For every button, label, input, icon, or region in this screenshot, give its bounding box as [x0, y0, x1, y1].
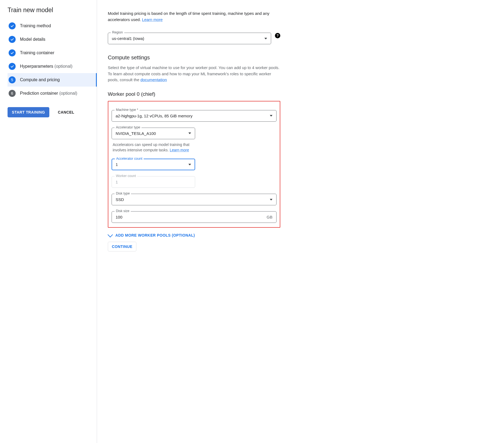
field-label: Worker count [115, 174, 137, 178]
step-model-details[interactable]: Model details [8, 33, 97, 46]
disk-size-input[interactable]: Disk size GB [112, 211, 277, 223]
machine-type-select[interactable]: Machine type * a2-highgpu-1g, 12 vCPUs, … [112, 110, 277, 122]
chevron-down-icon [188, 164, 191, 165]
highlight-box: Machine type * a2-highgpu-1g, 12 vCPUs, … [108, 101, 280, 228]
field-label: Machine type * [115, 108, 140, 112]
accelerator-type-value: NVIDIA_TESLA_A100 [116, 131, 186, 136]
chevron-down-icon [270, 115, 272, 117]
field-label: Accelerator type [115, 125, 141, 129]
region-select[interactable]: Region us-central1 (Iowa) [108, 33, 271, 44]
field-label: Region [111, 30, 124, 34]
compute-settings-heading: Compute settings [108, 54, 280, 61]
chevron-down-icon [108, 232, 113, 237]
chevron-down-icon [270, 199, 272, 200]
field-label: Disk type [115, 192, 131, 195]
documentation-link[interactable]: documentation [140, 77, 167, 82]
help-icon[interactable]: ? [275, 33, 280, 38]
step-label: Hyperparameters (optional) [20, 64, 73, 69]
machine-type-value: a2-highgpu-1g, 12 vCPUs, 85 GiB memory [116, 114, 268, 118]
step-label: Prediction container (optional) [20, 91, 77, 96]
wizard-sidebar: Train new model Training method Model de… [0, 0, 97, 443]
step-training-container[interactable]: Training container [8, 46, 97, 60]
step-hyperparameters[interactable]: Hyperparameters (optional) [8, 60, 97, 73]
region-value: us-central1 (Iowa) [112, 36, 262, 41]
step-prediction-container[interactable]: 6 Prediction container (optional) [8, 87, 97, 100]
compute-settings-desc: Select the type of virtual machine to us… [108, 65, 280, 83]
check-icon [9, 49, 16, 56]
page-title: Train new model [8, 6, 97, 14]
field-label: Disk size [115, 209, 131, 213]
accelerator-type-select[interactable]: Accelerator type NVIDIA_TESLA_A100 [112, 128, 195, 139]
chevron-down-icon [264, 38, 267, 39]
main-panel: Model training pricing is based on the l… [97, 0, 291, 443]
check-icon [9, 22, 16, 29]
step-number-icon: 5 [9, 76, 16, 83]
step-label: Training container [20, 50, 54, 55]
step-training-method[interactable]: Training method [8, 19, 97, 33]
step-label: Compute and pricing [20, 77, 60, 82]
start-training-button[interactable]: START TRAINING [8, 107, 49, 117]
check-icon [9, 36, 16, 43]
accelerator-count-value: 1 [116, 162, 186, 167]
accelerator-count-select[interactable]: Accelerator count 1 [112, 159, 195, 170]
chevron-down-icon [188, 132, 191, 134]
pricing-intro: Model training pricing is based on the l… [108, 11, 280, 23]
add-worker-pools-label: ADD MORE WORKER POOLS (OPTIONAL) [115, 233, 195, 237]
step-label: Training method [20, 23, 51, 28]
step-label: Model details [20, 37, 45, 42]
cancel-button[interactable]: CANCEL [57, 108, 75, 117]
continue-button[interactable]: CONTINUE [108, 242, 136, 251]
disk-size-value[interactable] [116, 215, 264, 219]
check-icon [9, 63, 16, 70]
disk-size-suffix: GB [267, 215, 272, 219]
worker-count-input: Worker count 1 [112, 176, 195, 188]
step-number-icon: 6 [9, 90, 16, 97]
step-compute-pricing[interactable]: 5 Compute and pricing [8, 73, 97, 87]
accelerator-hint: Accelerators can speed up model training… [113, 142, 191, 153]
learn-more-link[interactable]: Learn more [142, 17, 163, 22]
worker-count-value: 1 [116, 180, 191, 184]
disk-type-select[interactable]: Disk type SSD [112, 194, 277, 205]
learn-more-link[interactable]: Learn more [170, 148, 189, 152]
field-label: Accelerator count [115, 157, 144, 161]
worker-pool-heading: Worker pool 0 (chief) [108, 91, 280, 97]
add-worker-pools-toggle[interactable]: ADD MORE WORKER POOLS (OPTIONAL) [108, 233, 280, 237]
disk-type-value: SSD [116, 197, 268, 202]
